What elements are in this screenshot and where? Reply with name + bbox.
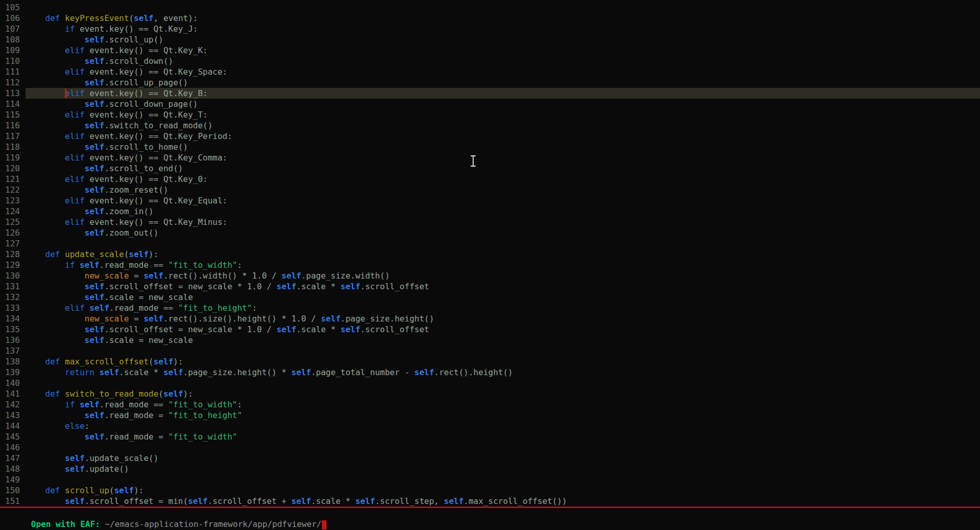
code-text: self.scale = new_scale — [26, 335, 980, 345]
code-token: .scale * — [119, 367, 164, 377]
code-line[interactable]: 131 self.scroll_offset = new_scale * 1.0… — [0, 281, 980, 292]
code-token: : — [237, 400, 242, 409]
code-line[interactable]: 150 def scroll_up(self): — [0, 485, 980, 496]
code-token: .scroll_offset — [360, 325, 429, 334]
code-line[interactable]: 136 self.scale = new_scale — [0, 335, 980, 345]
code-line[interactable]: 133 elif self.read_mode == "fit_to_heigh… — [0, 303, 980, 313]
code-line[interactable]: 119 elif event.key() == Qt.Key_Comma: — [0, 152, 980, 163]
code-token: self — [134, 13, 154, 23]
code-text: def keyPressEvent(self, event): — [26, 13, 980, 24]
code-line[interactable]: 146 — [0, 442, 980, 453]
code-line[interactable]: 110 self.scroll_down() — [0, 56, 980, 66]
code-token: .read_mode == — [100, 400, 169, 409]
code-line[interactable]: 121 elif event.key() == Qt.Key_0: — [0, 174, 980, 185]
code-line[interactable]: 144 else: — [0, 421, 980, 431]
code-token: .scale = new_scale — [104, 292, 193, 302]
code-text: self.scroll_offset = new_scale * 1.0 / s… — [26, 281, 980, 292]
code-token: new_scale — [85, 314, 129, 324]
code-line[interactable]: 111 elif event.key() == Qt.Key_Space: — [0, 66, 980, 77]
code-line[interactable]: 125 elif event.key() == Qt.Key_Minus: — [0, 217, 980, 227]
line-number: 141 — [0, 388, 26, 399]
code-line[interactable]: 132 self.scale = new_scale — [0, 292, 980, 303]
code-line[interactable]: 148 self.update() — [0, 464, 980, 474]
code-line[interactable]: 141 def switch_to_read_mode(self): — [0, 388, 980, 399]
code-line[interactable]: 124 self.zoom_in() — [0, 206, 980, 217]
code-line[interactable]: 127 — [0, 238, 980, 249]
line-number: 150 — [0, 485, 26, 496]
code-line[interactable]: 106 def keyPressEvent(self, event): — [0, 13, 980, 24]
code-line[interactable]: 122 self.zoom_reset() — [0, 185, 980, 195]
code-token — [26, 164, 85, 173]
code-line[interactable]: 108 self.scroll_up() — [0, 34, 980, 45]
code-line[interactable]: 149 — [0, 474, 980, 485]
code-token — [26, 249, 45, 259]
code-token: .update() — [85, 464, 129, 474]
code-line[interactable]: 129 if self.read_mode == "fit_to_width": — [0, 260, 980, 270]
code-line[interactable]: 140 — [0, 378, 980, 388]
code-token: self — [100, 367, 120, 377]
code-line[interactable]: 112 self.scroll_up_page() — [0, 77, 980, 88]
mouse-cursor-ibeam — [470, 154, 477, 168]
code-line[interactable]: 115 elif event.key() == Qt.Key_T: — [0, 109, 980, 120]
code-text: return self.scale * self.page_size.heigh… — [26, 367, 980, 378]
code-token: .update_scale() — [85, 453, 159, 463]
code-line[interactable]: 118 self.scroll_to_home() — [0, 142, 980, 152]
code-line[interactable]: 134 new_scale = self.rect().size().heigh… — [0, 313, 980, 324]
code-token: event.key() == Qt.Key_J: — [75, 24, 198, 34]
code-line[interactable]: 120 self.scroll_to_end() — [0, 163, 980, 174]
code-text: elif event.key() == Qt.Key_0: — [26, 174, 980, 185]
minibuffer[interactable]: Open with EAF: ~/emacs-application-frame… — [2, 509, 980, 519]
code-text: self.scroll_down_page() — [26, 99, 980, 109]
code-line[interactable]: 107 if event.key() == Qt.Key_J: — [0, 24, 980, 34]
code-line[interactable]: 130 new_scale = self.rect().width() * 1.… — [0, 270, 980, 281]
code-line[interactable]: 145 self.read_mode = "fit_to_width" — [0, 431, 980, 442]
code-token: self — [85, 185, 105, 195]
code-line[interactable]: 114 self.scroll_down_page() — [0, 99, 980, 109]
code-token: elif — [65, 131, 85, 141]
code-line[interactable]: 128 def update_scale(self): — [0, 249, 980, 260]
code-line[interactable]: 109 elif event.key() == Qt.Key_K: — [0, 45, 980, 56]
code-token — [26, 174, 65, 184]
code-line[interactable]: 151 self.scroll_offset = min(self.scroll… — [0, 496, 980, 506]
code-line[interactable]: 137 — [0, 345, 980, 356]
code-line[interactable]: 147 self.update_scale() — [0, 453, 980, 464]
code-buffer[interactable]: 105106 def keyPressEvent(self, event):10… — [0, 0, 980, 506]
code-text — [26, 345, 980, 356]
code-line[interactable]: 138 def max_scroll_offset(self): — [0, 356, 980, 367]
code-line[interactable]: 143 self.read_mode = "fit_to_height" — [0, 410, 980, 421]
code-token: elif — [65, 153, 85, 163]
code-token: = — [129, 314, 144, 324]
code-token: if — [65, 400, 75, 409]
code-token — [26, 357, 45, 366]
code-text: elif event.key() == Qt.Key_Comma: — [26, 152, 980, 163]
minibuffer-input[interactable]: ~/emacs-application-framework/app/pdfvie… — [105, 519, 321, 529]
code-line[interactable]: 142 if self.read_mode == "fit_to_width": — [0, 399, 980, 410]
code-token: self — [80, 400, 100, 409]
code-line[interactable]: 135 self.scroll_offset = new_scale * 1.0… — [0, 324, 980, 335]
code-token: ( — [109, 486, 114, 495]
code-token: self — [65, 453, 85, 463]
code-token — [26, 228, 85, 238]
code-line[interactable]: 126 self.zoom_out() — [0, 227, 980, 238]
code-line[interactable]: 116 self.switch_to_read_mode() — [0, 120, 980, 131]
code-line[interactable]: 117 elif event.key() == Qt.Key_Period: — [0, 131, 980, 142]
line-number: 116 — [0, 120, 26, 131]
code-token: self — [276, 282, 296, 291]
code-text: elif event.key() == Qt.Key_Equal: — [26, 195, 980, 206]
code-token — [85, 303, 90, 313]
code-text: self.zoom_out() — [26, 227, 980, 238]
code-token — [26, 45, 65, 55]
code-token: .zoom_out() — [104, 228, 158, 238]
code-line[interactable]: 139 return self.scale * self.page_size.h… — [0, 367, 980, 378]
code-line[interactable]: 105 — [0, 2, 980, 13]
code-token: self — [85, 206, 105, 216]
code-token: ): — [149, 249, 158, 259]
code-token — [26, 464, 65, 474]
code-line[interactable]: 123 elif event.key() == Qt.Key_Equal: — [0, 195, 980, 206]
code-text: new_scale = self.rect().size().height() … — [26, 313, 980, 324]
code-token: ): — [134, 486, 144, 495]
line-number: 135 — [0, 324, 26, 335]
code-line[interactable]: 113 elif event.key() == Qt.Key_B: — [0, 88, 980, 99]
line-number: 130 — [0, 270, 26, 281]
code-token: .scroll_offset + — [207, 496, 291, 506]
